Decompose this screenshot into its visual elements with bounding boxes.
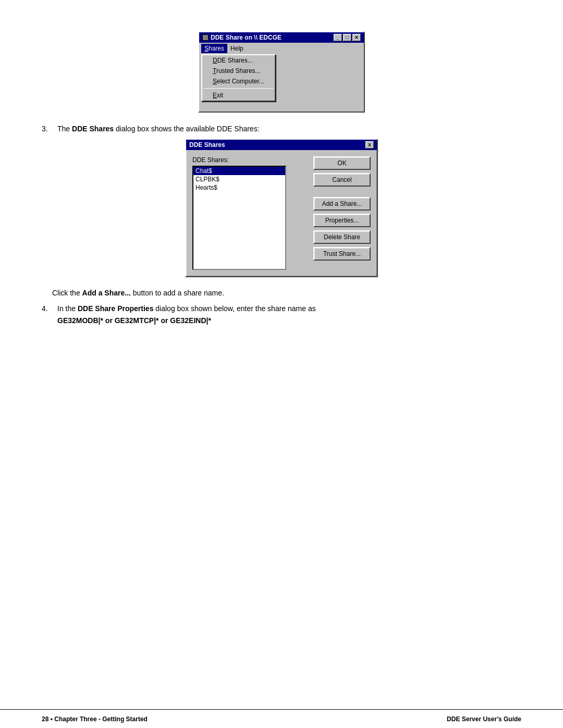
shares-listbox[interactable]: Chat$ CLPBK$ Hearts$ xyxy=(192,166,286,270)
shares-buttons: OK Cancel Add a Share... Properties... D… xyxy=(313,156,371,270)
first-window-body: DDE Shares... Trusted Shares... Select C… xyxy=(199,54,364,112)
step3-before: The xyxy=(57,125,72,133)
dde-share-window: DDE Share on \\ EDCGE _ □ ✕ Shares Help xyxy=(198,31,365,113)
step4-code: GE32MODB|* or GE32MTCP|* or GE32EIND|* xyxy=(57,316,211,325)
window-icon xyxy=(202,34,209,41)
dde-shares-section: DDE Shares X DDE Shares: Chat$ CLPBK$ He… xyxy=(42,139,521,277)
page-footer: 28 • Chapter Three - Getting Started DDE… xyxy=(0,709,563,728)
list-item-chat[interactable]: Chat$ xyxy=(193,167,285,175)
step4-bold1: DDE Share Properties xyxy=(78,304,154,313)
click-bold: Add a Share... xyxy=(82,289,131,297)
click-before: Click the xyxy=(52,289,82,297)
dde-shares-title: DDE Shares xyxy=(189,141,225,149)
maximize-button[interactable]: □ xyxy=(343,34,351,41)
click-after: button to add a share name. xyxy=(131,289,224,297)
delete-share-button[interactable]: Delete Share xyxy=(313,230,371,244)
footer-left: 28 • Chapter Three - Getting Started xyxy=(42,715,148,723)
trusted-shares-item[interactable]: Trusted Shares... xyxy=(202,66,275,76)
first-window-section: DDE Share on \\ EDCGE _ □ ✕ Shares Help xyxy=(42,31,521,113)
exit-rest: xit xyxy=(217,92,223,99)
shares-list-section: DDE Shares: Chat$ CLPBK$ Hearts$ xyxy=(192,156,307,270)
shares-dropdown: DDE Shares... Trusted Shares... Select C… xyxy=(201,54,276,102)
footer-right: DDE Server User's Guide xyxy=(447,715,521,723)
dde-shares-close-button[interactable]: X xyxy=(365,141,374,149)
step3-text: The DDE Shares dialog box shows the avai… xyxy=(57,123,260,134)
minimize-button[interactable]: _ xyxy=(334,34,342,41)
step4-text: In the DDE Share Properties dialog box s… xyxy=(57,303,316,326)
select-computer-item[interactable]: Select Computer... xyxy=(202,76,275,87)
step4-before: In the xyxy=(57,304,78,313)
dde-shares-item-rest: DE Shares... xyxy=(217,57,253,64)
first-window-titlebar: DDE Share on \\ EDCGE _ □ ✕ xyxy=(199,32,364,43)
trust-share-button[interactable]: Trust Share... xyxy=(313,247,371,261)
step3-row: 3. The DDE Shares dialog box shows the a… xyxy=(42,123,521,134)
button-spacer1 xyxy=(313,190,371,194)
first-window-title: DDE Share on \\ EDCGE xyxy=(211,34,282,41)
dde-shares-dialog: DDE Shares X DDE Shares: Chat$ CLPBK$ He… xyxy=(185,139,378,277)
shares-underline-s: S xyxy=(204,45,209,52)
step3-number: 3. xyxy=(42,123,52,134)
shares-list-label: DDE Shares: xyxy=(192,156,307,164)
properties-button[interactable]: Properties... xyxy=(313,214,371,227)
dde-shares-body: DDE Shares: Chat$ CLPBK$ Hearts$ OK Canc… xyxy=(186,150,377,276)
click-instruction: Click the Add a Share... button to add a… xyxy=(52,288,521,299)
list-item-hearts[interactable]: Hearts$ xyxy=(193,183,285,192)
help-label: Help xyxy=(230,45,243,52)
dde-shares-titlebar: DDE Shares X xyxy=(186,140,377,150)
step4-row: 4. In the DDE Share Properties dialog bo… xyxy=(42,303,521,326)
step4-number: 4. xyxy=(42,303,52,326)
shares-menu[interactable]: Shares xyxy=(201,44,227,53)
shares-rest: hares xyxy=(209,45,224,52)
titlebar-buttons: _ □ ✕ xyxy=(334,34,361,41)
cancel-button[interactable]: Cancel xyxy=(313,173,371,187)
step3-after: dialog box shows the available DDE Share… xyxy=(114,125,259,133)
dropdown-separator xyxy=(203,88,274,89)
list-item-clpbk[interactable]: CLPBK$ xyxy=(193,175,285,183)
trusted-shares-rest: rusted Shares... xyxy=(216,67,261,75)
help-menu[interactable]: Help xyxy=(227,44,247,53)
exit-item[interactable]: Exit xyxy=(202,90,275,101)
step4-middle: dialog box shown below, enter the share … xyxy=(153,304,315,313)
ok-button[interactable]: OK xyxy=(313,156,371,170)
select-computer-rest: elect Computer... xyxy=(217,78,264,85)
close-button[interactable]: ✕ xyxy=(352,34,361,41)
dde-shares-item[interactable]: DDE Shares... xyxy=(202,55,275,66)
menubar: Shares Help xyxy=(199,43,364,54)
step3-bold: DDE Shares xyxy=(72,125,114,133)
add-share-button[interactable]: Add a Share... xyxy=(313,197,371,211)
